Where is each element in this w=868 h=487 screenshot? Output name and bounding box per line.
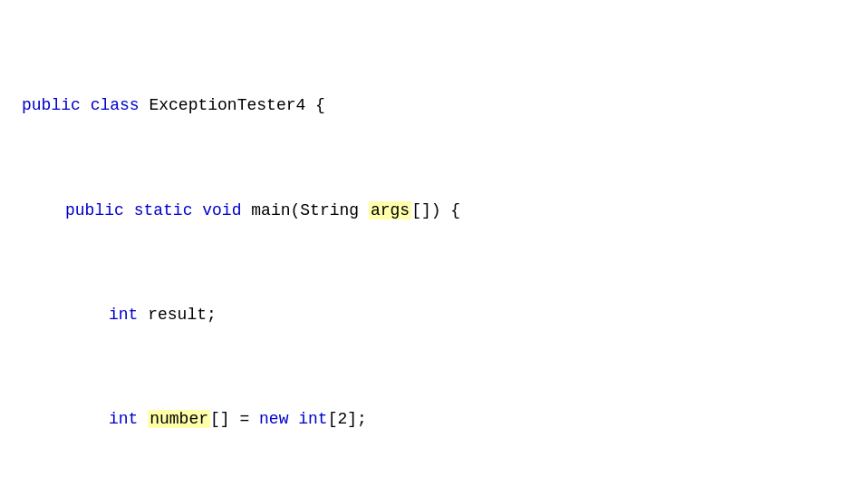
number-decl: [] = [210, 410, 259, 428]
class-name: ExceptionTester4 { [149, 96, 324, 114]
line-class-declaration: public class ExceptionTester4 { [22, 93, 846, 119]
method-main: main(String args[]) { [251, 201, 460, 219]
highlight-number: number [148, 410, 210, 428]
keyword-int2: int [109, 410, 138, 428]
keyword-new: new [259, 410, 288, 428]
int-array: int[2]; [298, 410, 367, 428]
keyword-public: public [22, 96, 81, 114]
keyword-static: static [134, 201, 193, 219]
keyword-void: void [202, 201, 241, 219]
line-int-result: int result; [22, 302, 846, 328]
keyword-int1: int [109, 306, 138, 324]
keyword-public2: public [65, 201, 124, 219]
line-int-number: int number[] = new int[2]; [22, 406, 846, 433]
var-result: result; [148, 306, 217, 324]
keyword-class: class [91, 96, 140, 114]
highlight-args: args [369, 201, 411, 219]
line-main-method: public static void main(String args[]) { [22, 198, 846, 224]
code-block: public class ExceptionTester4 { public s… [22, 15, 846, 487]
